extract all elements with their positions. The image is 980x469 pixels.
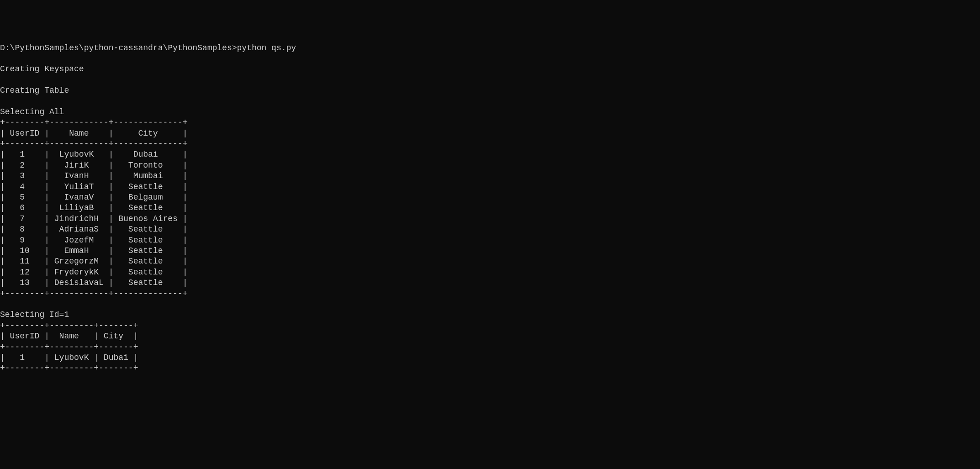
terminal-output[interactable]: D:\PythonSamples\python-cassandra\Python… (0, 43, 980, 374)
status-line: Selecting All (0, 107, 980, 117)
table-row: | 1 | LyubovK | Dubai | (0, 353, 980, 363)
table-row: | 5 | IvanaV | Belgaum | (0, 192, 980, 203)
table-row: | 13 | DesislavaL | Seattle | (0, 278, 980, 288)
table-row: | 6 | LiliyaB | Seattle | (0, 203, 980, 213)
table-row: +--------+------------+--------------+ (0, 139, 980, 149)
table-row: | UserID | Name | City | (0, 128, 980, 139)
table-row: | 8 | AdrianaS | Seattle | (0, 224, 980, 235)
table-row: | 9 | JozefM | Seattle | (0, 235, 980, 246)
table-row: | 7 | JindrichH | Buenos Aires | (0, 214, 980, 224)
table-row: | 12 | FryderykK | Seattle | (0, 267, 980, 278)
table-row: +--------+------------+--------------+ (0, 289, 980, 299)
blank-line (0, 96, 980, 107)
status-line: Creating Keyspace (0, 64, 980, 74)
ascii-table-id1: +--------+---------+-------+| UserID | N… (0, 321, 980, 374)
status-line: Creating Table (0, 85, 980, 96)
table-row: | UserID | Name | City | (0, 331, 980, 342)
table-row: +--------+---------+-------+ (0, 363, 980, 374)
blank-line (0, 75, 980, 85)
blank-line (0, 299, 980, 310)
table-row: | 4 | YuliaT | Seattle | (0, 182, 980, 192)
table-row: | 3 | IvanH | Mumbai | (0, 171, 980, 181)
blank-line (0, 53, 980, 64)
table-row: | 1 | LyubovK | Dubai | (0, 149, 980, 160)
table-row: | 2 | JiriK | Toronto | (0, 160, 980, 171)
table-row: | 10 | EmmaH | Seattle | (0, 246, 980, 256)
table-row: +--------+---------+-------+ (0, 321, 980, 331)
command-prompt-line: D:\PythonSamples\python-cassandra\Python… (0, 43, 980, 53)
ascii-table-all: +--------+------------+--------------+| … (0, 117, 980, 299)
table-row: +--------+---------+-------+ (0, 342, 980, 353)
status-line: Selecting Id=1 (0, 310, 980, 320)
table-row: | 11 | GrzegorzM | Seattle | (0, 256, 980, 267)
table-row: +--------+------------+--------------+ (0, 117, 980, 128)
